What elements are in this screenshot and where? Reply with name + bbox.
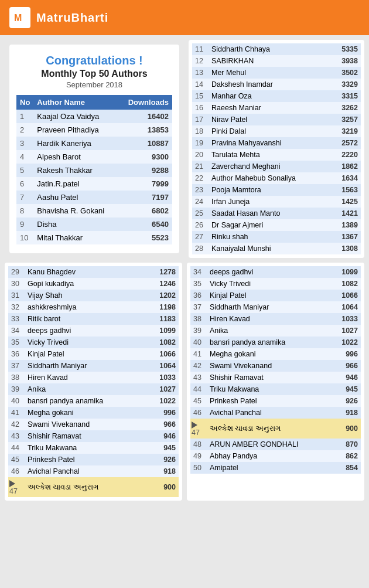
rank-cell: 47 — [190, 419, 207, 439]
name-cell: Shishir Ramavat — [25, 430, 146, 442]
name-cell: Shishir Ramavat — [207, 372, 332, 383]
top10-table-container: No Author Name Downloads 1 Kaajal Oza Va… — [16, 95, 172, 244]
rank-cell: 14 — [192, 79, 209, 90]
downloads-cell: 3315 — [331, 90, 361, 102]
downloads-cell: 9288 — [118, 164, 172, 177]
downloads-cell: 10887 — [118, 137, 172, 150]
rank-cell: 37 — [8, 360, 25, 372]
name-cell: Kinjal Patel — [207, 290, 332, 301]
name-cell: SABIRKHAN — [209, 55, 331, 67]
name-cell: Dakshesh Inamdar — [209, 79, 331, 90]
name-cell: Gopi kukadiya — [25, 278, 146, 290]
rank-cell: 39 — [8, 383, 25, 395]
table-row: 34 deeps gadhvi 1099 — [190, 266, 361, 278]
name-cell: Hiren Kavad — [25, 372, 146, 383]
play-icon — [192, 422, 197, 429]
table-row: 25 Saadat Hasan Manto 1421 — [192, 208, 361, 219]
rank-cell: 45 — [8, 454, 25, 465]
table-row: 38 Hiren Kavad 1033 — [8, 372, 179, 383]
downloads-cell: 966 — [146, 419, 179, 430]
table-row: 44 Triku Makwana 945 — [190, 383, 361, 395]
rank-cell: 37 — [190, 301, 207, 313]
table-row: 7 Aashu Patel 7197 — [16, 191, 172, 204]
rank-cell: 45 — [190, 395, 207, 407]
rank-cell: 5 — [16, 164, 33, 177]
table-row: 40 bansri pandya anamika 1022 — [190, 337, 361, 348]
rank-cell: 1 — [16, 110, 33, 123]
table-row: 18 Pinki Dalal 3219 — [192, 125, 361, 137]
downloads-cell: 3938 — [331, 55, 361, 67]
downloads-cell: 946 — [332, 372, 361, 383]
name-cell: Kanaiyalal Munshi — [209, 243, 331, 254]
rank-cell: 46 — [190, 407, 207, 419]
name-cell: Siddharth Maniyar — [207, 301, 332, 313]
rank-cell: 36 — [8, 348, 25, 360]
rank-cell: 34 — [190, 266, 207, 278]
name-cell: Jatin.R.patel — [33, 177, 118, 191]
table-row: 27 Rinku shah 1367 — [192, 231, 361, 243]
rank-cell: 36 — [190, 290, 207, 301]
name-cell: ARUN AMBER GONDHALI — [207, 439, 332, 450]
name-cell: Vicky Trivedi — [25, 337, 146, 348]
downloads-cell: 1202 — [146, 290, 179, 301]
ranks29-47-panel: 29 Kanu Bhagdev 1278 30 Gopi kukadiya 12… — [5, 263, 182, 501]
downloads-cell: 1421 — [331, 208, 361, 219]
table-row: 16 Raeesh Maniar 3262 — [192, 102, 361, 114]
table-row: 8 Bhavisha R. Gokani 6802 — [16, 204, 172, 217]
downloads-cell: 5523 — [118, 231, 172, 244]
downloads-cell: 3262 — [331, 102, 361, 114]
table-row: 11 Siddharth Chhaya 5335 — [192, 43, 361, 55]
downloads-cell: 1198 — [146, 301, 179, 313]
name-cell: Megha gokani — [25, 407, 146, 419]
table-row: 29 Kanu Bhagdev 1278 — [8, 266, 179, 278]
play-icon — [9, 480, 15, 487]
table-row: 40 bansri pandya anamika 1022 — [8, 395, 179, 407]
rank-cell: 16 — [192, 102, 209, 114]
downloads-cell: 870 — [332, 439, 361, 450]
table-row: 30 Gopi kukadiya 1246 — [8, 278, 179, 290]
rank-cell: 10 — [16, 231, 33, 244]
rank-cell: 41 — [190, 348, 207, 360]
table-row: 43 Shishir Ramavat 946 — [190, 372, 361, 383]
name-cell: Prinkesh Patel — [25, 454, 146, 465]
rank-cell: 42 — [190, 360, 207, 372]
table-row: 13 Mer Mehul 3502 — [192, 67, 361, 79]
rank-cell: 13 — [192, 67, 209, 79]
name-cell: Irfan Juneja — [209, 196, 331, 208]
downloads-cell: 3329 — [331, 79, 361, 90]
table-row: 24 Irfan Juneja 1425 — [192, 196, 361, 208]
rank-cell: 44 — [190, 383, 207, 395]
table-row: 12 SABIRKHAN 3938 — [192, 55, 361, 67]
table-row: 35 Vicky Trivedi 1082 — [8, 337, 179, 348]
rank-cell: 12 — [192, 55, 209, 67]
rank-cell: 46 — [8, 465, 25, 477]
table-row: 4 Alpesh Barot 9300 — [16, 150, 172, 164]
table-row: 36 Kinjal Patel 1066 — [8, 348, 179, 360]
downloads-cell: 16402 — [118, 110, 172, 123]
downloads-cell: 1027 — [146, 383, 179, 395]
table-row: 38 Hiren Kavad 1033 — [190, 313, 361, 325]
name-cell: Tarulata Mehta — [209, 149, 331, 161]
downloads-cell: 1278 — [146, 266, 179, 278]
downloads-cell: 918 — [146, 465, 179, 477]
rank-cell: 31 — [8, 290, 25, 301]
table-row: 37 Siddharth Maniyar 1064 — [190, 301, 361, 313]
downloads-cell: 900 — [146, 477, 179, 497]
downloads-cell: 3219 — [331, 125, 361, 137]
table-row: 22 Author Mahebub Sonaliya 1634 — [192, 172, 361, 184]
table-row: 39 Anika 1027 — [190, 325, 361, 337]
name-cell: Swami Vivekanand — [25, 419, 146, 430]
downloads-cell: 926 — [146, 454, 179, 465]
ranks29-47-table: 29 Kanu Bhagdev 1278 30 Gopi kukadiya 12… — [8, 266, 179, 497]
downloads-cell: 1183 — [146, 313, 179, 325]
downloads-cell: 6540 — [118, 217, 172, 231]
downloads-cell: 1022 — [146, 395, 179, 407]
rank-cell: 42 — [8, 419, 25, 430]
name-cell: Bhavisha R. Gokani — [33, 204, 118, 217]
name-cell: અલ્કેશ ચાવડા અનુરાગ — [207, 419, 332, 439]
name-cell: deeps gadhvi — [207, 266, 332, 278]
rank-cell: 21 — [192, 161, 209, 172]
name-cell: Mital Thakkar — [33, 231, 118, 244]
table-row: 1 Kaajal Oza Vaidya 16402 — [16, 110, 172, 123]
rank-cell: 22 — [192, 172, 209, 184]
